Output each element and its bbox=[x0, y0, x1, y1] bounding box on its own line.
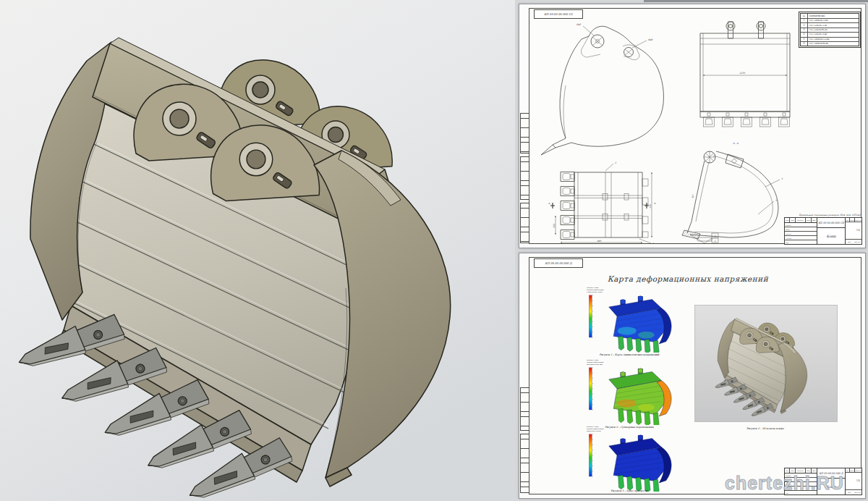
svg-text:Ø40: Ø40 bbox=[648, 38, 653, 41]
screenshot-stage: КП 09.00.00.000 СБ № Обозначение шва 1ГО… bbox=[0, 0, 868, 501]
svg-text:3: 3 bbox=[781, 177, 783, 180]
fea1-caption: Рисунок 1 – Карта эквивалентных напряжен… bbox=[583, 353, 676, 356]
sheet1-part-name: Ковш bbox=[817, 228, 845, 244]
sheet2-corner-stamp: КП 09.00.00.000 Д bbox=[534, 258, 583, 268]
fea-plot-safety: Модель: КовшСтатический анализЗапас проч… bbox=[583, 426, 676, 492]
view-section-aa: А - А 3 5 45° 7 bbox=[682, 142, 783, 243]
fea-plot-displacement: Модель: КовшСтатический анализПеремещени… bbox=[583, 359, 676, 429]
svg-text:45°: 45° bbox=[691, 194, 695, 199]
sheet-assembly-drawing[interactable]: КП 09.00.00.000 СБ № Обозначение шва 1ГО… bbox=[519, 4, 866, 248]
svg-text:А: А bbox=[548, 202, 550, 205]
view-front: 1250 bbox=[700, 22, 790, 127]
sheet1-title-block: Изм.Лист № докум.Подп. Дата Разраб. Пров… bbox=[784, 217, 862, 245]
sheet-stress-map[interactable]: КП 09.00.00.000 Д Карта деформационных н… bbox=[519, 253, 866, 499]
chertezhi-watermark: chertezhi.RU bbox=[725, 471, 844, 494]
3d-viewer-pane[interactable] bbox=[0, 0, 515, 501]
svg-text:А - А: А - А bbox=[733, 142, 739, 145]
fea3-caption: Рисунок 3 – Запас прочности bbox=[583, 489, 676, 492]
svg-text:1: 1 bbox=[652, 242, 654, 245]
svg-text:2: 2 bbox=[715, 240, 717, 243]
tolerance-note: Предельные отклонения размеров: H14, h14… bbox=[745, 214, 861, 216]
bucket-3d-render bbox=[0, 0, 515, 501]
bucket-render-thumbnail bbox=[694, 305, 838, 422]
fea-plot-stress: Модель: КовшСтатический анализНапряжения… bbox=[583, 287, 676, 356]
svg-text:2: 2 bbox=[615, 161, 617, 164]
render-caption: Рисунок 4 – 3D модель ковша bbox=[715, 427, 816, 430]
view-bottom: 980 590 130 А А 2 1 bbox=[548, 161, 656, 245]
svg-text:980: 980 bbox=[597, 240, 602, 243]
fea1-image bbox=[583, 292, 676, 353]
svg-text:590: 590 bbox=[649, 203, 652, 209]
sheet2-margin-block bbox=[520, 434, 529, 493]
svg-text:1250: 1250 bbox=[739, 72, 746, 75]
sheet2-title: Карта деформационных напряжений bbox=[605, 274, 771, 283]
view-side-profile: Ø45 Ø40 bbox=[541, 23, 663, 155]
svg-text:Ø45: Ø45 bbox=[576, 23, 582, 26]
sheet2-margin-block bbox=[520, 387, 529, 431]
svg-text:130: 130 bbox=[553, 223, 556, 228]
fea3-image bbox=[583, 431, 676, 492]
sheet1-views: Ø45 Ø40 1250 bbox=[519, 4, 865, 248]
svg-text:7: 7 bbox=[715, 235, 717, 237]
sheet-edge-strip bbox=[644, 0, 868, 2]
drawings-panel: КП 09.00.00.000 СБ № Обозначение шва 1ГО… bbox=[515, 0, 868, 501]
sheet1-doc-number: КП 09.00.00.000 СБ bbox=[817, 218, 845, 228]
fea2-image bbox=[583, 364, 676, 425]
svg-text:А: А bbox=[654, 202, 656, 205]
